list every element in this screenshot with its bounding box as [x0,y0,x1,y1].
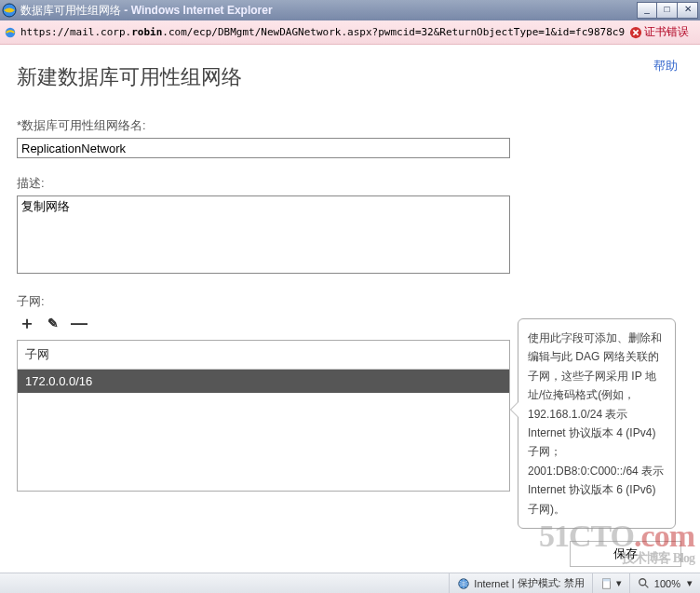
svg-line-7 [645,584,649,587]
save-button[interactable]: 保存 [570,541,681,567]
action-row: 保存 [570,541,681,567]
ie-icon [4,26,17,39]
description-section: 描述: [17,175,683,276]
certificate-error[interactable]: 证书错误 [626,24,696,40]
minimize-button[interactable]: _ [637,2,657,19]
subnet-label: 子网: [17,293,683,310]
status-bar: Internet | 保护模式: 禁用 ▾ 100% ▾ [0,573,700,593]
add-button[interactable]: ＋ [17,314,37,332]
url-text[interactable]: https://mail.corp.robin.com/ecp/DBMgmt/N… [20,26,626,38]
globe-icon [457,577,470,590]
svg-rect-5 [602,578,610,581]
window-title: 数据库可用性组网络 - Windows Internet Explorer [20,3,637,19]
status-spacer [0,573,449,593]
address-bar: https://mail.corp.robin.com/ecp/DBMgmt/N… [0,20,700,45]
grid-body: 172.0.0.0/16 [18,370,509,491]
subnet-grid: 子网 172.0.0.0/16 [17,340,510,492]
close-button[interactable]: ✕ [678,2,698,19]
name-input[interactable] [17,138,510,158]
page-heading: 新建数据库可用性组网络 [17,63,683,91]
edit-button[interactable]: ✎ [43,314,63,332]
zoom-icon [638,577,651,590]
help-callout: 使用此字段可添加、删除和编辑与此 DAG 网络关联的子网，这些子网采用 IP 地… [518,318,676,529]
status-zone: Internet | 保护模式: 禁用 [449,573,591,593]
name-section: *数据库可用性组网络名: [17,117,683,158]
status-addons[interactable]: ▾ [592,573,629,593]
window-titlebar: 数据库可用性组网络 - Windows Internet Explorer _ … [0,0,700,20]
window-controls: _ □ ✕ [637,2,698,19]
shield-error-icon [629,26,642,39]
name-label: *数据库可用性组网络名: [17,117,683,134]
grid-header: 子网 [18,341,509,370]
svg-point-6 [639,578,646,585]
help-link[interactable]: 帮助 [653,58,678,74]
page-content: 新建数据库可用性组网络 *数据库可用性组网络名: 描述: 子网: ＋ ✎ — 子… [0,45,700,571]
maximize-button[interactable]: □ [657,2,678,19]
description-input[interactable] [17,195,510,274]
status-zoom[interactable]: 100% ▾ [629,573,700,593]
page-icon [600,577,613,590]
description-label: 描述: [17,175,683,192]
remove-button[interactable]: — [69,314,89,332]
grid-row[interactable]: 172.0.0.0/16 [18,370,509,393]
ie-icon [2,3,17,18]
